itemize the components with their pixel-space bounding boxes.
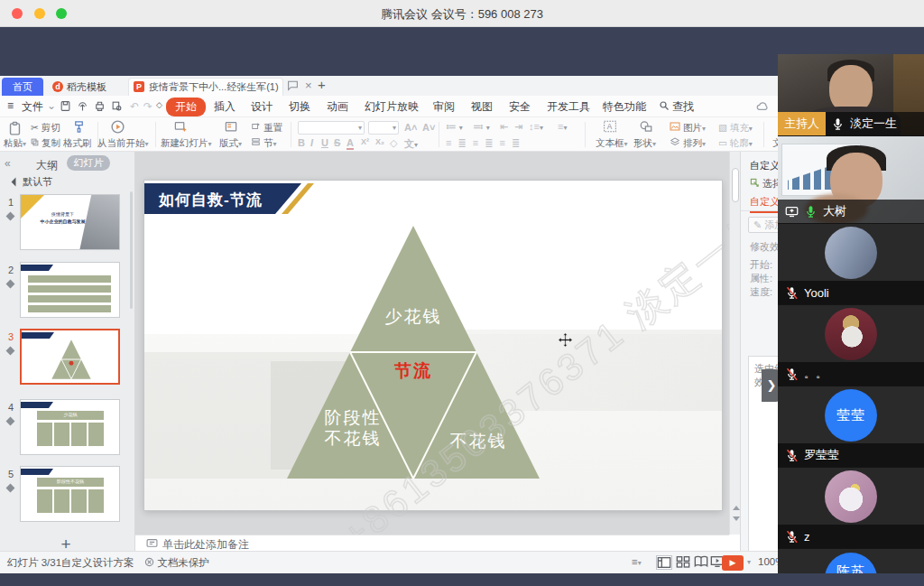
slide-thumbnail-5[interactable]: 阶段性不花钱 — [20, 466, 120, 522]
scrollbar-handle[interactable] — [732, 168, 739, 202]
menu-design[interactable]: 设计 — [251, 99, 273, 115]
tab-docer[interactable]: d 稻壳模板 — [47, 78, 126, 96]
tab-document[interactable]: P 疫情背景下中小...经张生军(1) — [128, 78, 283, 96]
menu-slideshow[interactable]: 幻灯片放映 — [365, 99, 419, 115]
textbox-icon[interactable]: A — [603, 120, 617, 136]
comment-icon[interactable] — [287, 79, 299, 94]
play-from-current-icon[interactable] — [110, 119, 125, 138]
notes-toggle-icon[interactable]: ≡▾ — [632, 556, 642, 567]
hamburger-icon[interactable]: ≡ — [7, 99, 14, 112]
bullet-list-icon[interactable]: ≔▾ — [446, 121, 466, 133]
video-tile-z[interactable]: z — [778, 467, 924, 548]
cut-button[interactable]: ✂ 剪切 — [31, 122, 60, 135]
menu-review[interactable]: 审阅 — [433, 99, 455, 115]
video-tile-chensu[interactable]: 陈苏 — [778, 548, 924, 573]
slide-thumbnail-4[interactable]: 少花钱 — [20, 399, 120, 455]
grow-font-icon[interactable]: A˄ — [404, 122, 417, 133]
section-button[interactable]: 节▾ — [251, 137, 276, 150]
video-tile-host[interactable]: 主持人 淡定一生 — [778, 54, 924, 135]
font-color-icon[interactable]: A — [346, 137, 354, 150]
menu-features[interactable]: 特色功能 — [603, 99, 646, 115]
subscript-icon[interactable]: X₂ — [375, 137, 384, 146]
new-slide-icon[interactable] — [173, 120, 188, 137]
format-painter-icon[interactable] — [72, 120, 86, 137]
export-icon[interactable] — [77, 100, 88, 115]
superscript-icon[interactable]: X² — [361, 137, 369, 146]
scroll-up-icon[interactable] — [733, 506, 740, 510]
bold-icon[interactable]: B — [298, 137, 305, 148]
fill-button[interactable]: ▧ 填充▾ — [718, 122, 753, 135]
save-icon[interactable] — [60, 100, 71, 115]
section-header[interactable]: 默认节 — [13, 175, 52, 189]
numbered-list-icon[interactable]: ≕▾ — [473, 121, 493, 133]
shapes-icon[interactable] — [639, 120, 653, 136]
undo-icon[interactable]: ↶ — [130, 100, 139, 113]
video-tile-yooli[interactable]: Yooli — [778, 223, 924, 304]
protection-status[interactable]: 文档未保护 — [144, 556, 209, 570]
align-buttons[interactable]: ≡ ≣ ≡ ≣ ≡ ≣ — [446, 137, 522, 149]
normal-view-icon[interactable] — [656, 555, 672, 570]
play-from-current-button[interactable]: 从当前开始▾ — [97, 137, 149, 150]
redo-icon[interactable]: ↷ — [143, 100, 152, 113]
phonetic-icon[interactable]: 文▾ — [404, 137, 418, 151]
sidebar-scrollbar[interactable] — [130, 191, 133, 309]
menu-view[interactable]: 视图 — [471, 99, 493, 115]
slide-sorter-icon[interactable] — [676, 555, 692, 570]
arrange-button[interactable]: 排列▾ — [670, 137, 706, 150]
textbox-button[interactable]: 文本框▾ — [596, 137, 628, 150]
search-icon[interactable] — [659, 100, 670, 114]
menu-security[interactable]: 安全 — [509, 99, 531, 115]
strikethrough-icon[interactable]: S — [334, 137, 340, 148]
slide-thumbnail-1[interactable]: 疫情背景下 中小企业的自救与发展 — [20, 194, 120, 250]
menu-file[interactable]: 文件 — [22, 99, 43, 115]
highlight-icon[interactable]: ◇ — [390, 137, 397, 149]
slide-thumbnail-3-selected[interactable] — [20, 329, 120, 385]
tab-home[interactable]: 首页 — [2, 78, 43, 96]
layout-button[interactable]: 版式▾ — [219, 137, 242, 150]
cloud-sync-icon[interactable] — [756, 100, 770, 115]
format-painter-button[interactable]: 格式刷 — [63, 137, 92, 150]
print-icon[interactable] — [94, 100, 106, 115]
paste-button[interactable]: 粘贴▾ — [4, 137, 26, 150]
tab-slides[interactable]: 幻灯片 — [67, 155, 110, 171]
canvas-scrollbar[interactable] — [729, 152, 740, 535]
slide-canvas[interactable]: 如何自救-节流 少花钱 节流 阶段性不花钱 不花钱 +8613503376371… — [135, 152, 729, 535]
scroll-down-icon[interactable] — [733, 516, 740, 521]
text-direction-icon[interactable]: ≡▾ — [558, 121, 567, 132]
paste-icon[interactable] — [7, 121, 23, 136]
underline-icon[interactable]: U — [321, 137, 328, 148]
play-options-chevron[interactable]: ▾ — [747, 558, 751, 566]
italic-icon[interactable]: I — [310, 137, 313, 148]
menu-find[interactable]: 查找 — [672, 99, 694, 115]
reset-button[interactable]: 重置 — [251, 122, 282, 135]
layout-icon[interactable] — [224, 120, 238, 137]
shapes-button[interactable]: 形状▾ — [633, 137, 656, 150]
copy-button[interactable]: 复制 — [31, 137, 60, 150]
play-slideshow-button[interactable]: ▶ — [722, 555, 744, 571]
font-size-combo[interactable]: ▾ — [368, 121, 399, 135]
menu-animation[interactable]: 动画 — [327, 99, 348, 115]
outdent-icon[interactable]: ⇤ — [500, 121, 508, 133]
collapse-sidebar-icon[interactable]: « — [5, 157, 11, 170]
new-slide-button[interactable]: 新建幻灯片▾ — [161, 137, 212, 150]
close-tab-icon[interactable]: × — [305, 79, 312, 92]
menu-start[interactable]: 开始 — [166, 98, 206, 116]
design-scheme-button[interactable]: 自定义设计方案 — [61, 556, 134, 570]
more-icon[interactable]: ◇ — [156, 100, 162, 109]
print-preview-icon[interactable] — [111, 100, 123, 115]
font-family-combo[interactable]: ▾ — [298, 121, 365, 135]
video-tile-dots[interactable]: 。。 — [778, 304, 924, 386]
indent-icon[interactable]: ⇥ — [514, 121, 522, 133]
new-tab-button[interactable]: + — [318, 77, 326, 92]
menu-insert[interactable]: 插入 — [214, 99, 236, 115]
slide-thumbnail-2[interactable] — [20, 262, 120, 318]
picture-button[interactable]: 图片▾ — [670, 122, 706, 135]
line-spacing-icon[interactable]: ↕≡▾ — [529, 121, 543, 132]
outline-button[interactable]: ▭ 轮廓▾ — [718, 137, 753, 150]
tab-outline[interactable]: 大纲 — [36, 158, 58, 173]
shrink-font-icon[interactable]: A˅ — [422, 122, 435, 133]
menu-devtools[interactable]: 开发工具 — [547, 99, 590, 115]
video-tile-luoyingying[interactable]: 莹莹 罗莹莹 — [778, 386, 924, 467]
menu-transition[interactable]: 切换 — [289, 99, 310, 115]
reading-view-icon[interactable] — [694, 555, 710, 570]
